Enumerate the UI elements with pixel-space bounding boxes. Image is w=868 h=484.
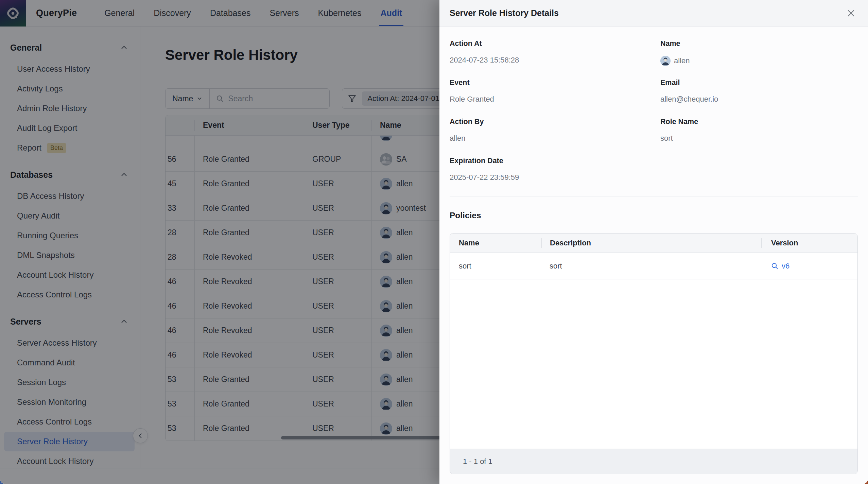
policies-empty-area [450,279,857,449]
field-action-by: Action By allen [450,117,660,156]
field-expiration-date: Expiration Date 2025-07-22 23:59:59 [450,156,660,195]
magnifier-icon [771,262,779,270]
policies-column-version[interactable]: Version [761,238,817,248]
policies-column-description[interactable]: Description [541,238,761,248]
policies-header-row: Name Description Version [450,234,857,253]
modal-dim-overlay[interactable] [0,0,439,484]
panel-title: Server Role History Details [450,8,559,18]
policy-version-link[interactable]: v6 [771,262,789,271]
close-button[interactable] [844,6,858,20]
policy-name: sort [450,253,541,279]
user-avatar [660,56,671,66]
policies-table: Name Description Version sort sort v6 [450,233,858,474]
field-role-name: Role Name sort [660,117,858,156]
field-name: Name allen [660,39,858,78]
app-window: QueryPie General Discovery Databases Ser… [0,0,868,484]
close-icon [846,8,856,18]
policies-column-name[interactable]: Name [450,238,541,248]
section-divider [450,196,858,196]
panel-header: Server Role History Details [439,0,868,27]
detail-fields: Action At 2024-07-23 15:58:28 Name allen… [439,27,868,195]
policy-row[interactable]: sort sort v6 [450,253,857,279]
policies-body: sort sort v6 [450,253,857,279]
policies-pagination: 1 - 1 of 1 [450,449,857,474]
field-event: Event Role Granted [450,78,660,117]
policies-heading: Policies [450,210,858,221]
field-email: Email allen@chequer.io [660,78,858,117]
details-panel: Server Role History Details Action At 20… [439,0,868,484]
policy-description: sort [541,253,761,279]
field-action-at: Action At 2024-07-23 15:58:28 [450,39,660,78]
